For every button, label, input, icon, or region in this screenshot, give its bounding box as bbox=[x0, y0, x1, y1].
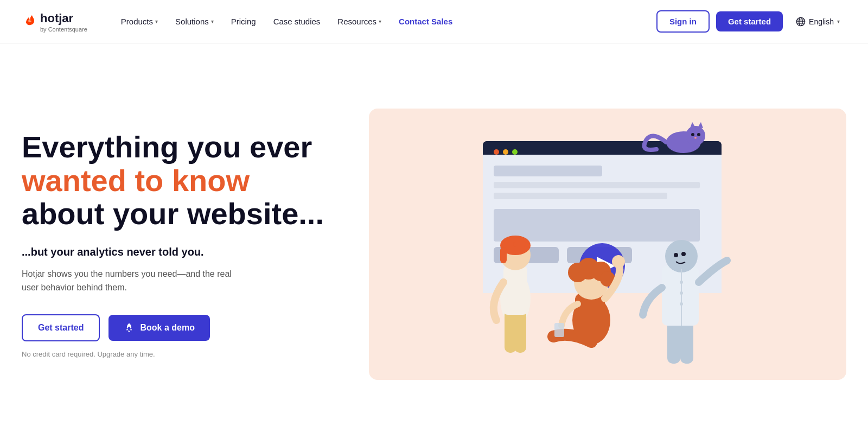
svg-point-22 bbox=[686, 126, 705, 145]
svg-rect-15 bbox=[494, 193, 667, 199]
logo[interactable]: hotjar by Contentsquare bbox=[22, 11, 87, 33]
nav-actions: Sign in Get started English ▾ bbox=[656, 10, 846, 33]
svg-point-54 bbox=[680, 302, 683, 306]
resources-chevron-icon: ▾ bbox=[379, 18, 381, 24]
svg-point-52 bbox=[680, 281, 683, 284]
svg-point-43 bbox=[612, 255, 625, 268]
globe-icon bbox=[796, 17, 806, 27]
get-started-hero-button[interactable]: Get started bbox=[22, 314, 100, 341]
svg-rect-31 bbox=[503, 266, 527, 315]
book-demo-label: Book a demo bbox=[140, 323, 194, 333]
nav-case-studies[interactable]: Case studies bbox=[266, 12, 328, 30]
hero-headline-part2: about your website... bbox=[22, 196, 324, 231]
hero-section: Everything you ever wanted to know about… bbox=[0, 43, 868, 434]
svg-rect-34 bbox=[500, 247, 507, 263]
hero-cta-group: Get started Book a demo bbox=[22, 314, 336, 341]
hero-subheadline: ...but your analytics never told you. bbox=[22, 246, 336, 258]
hero-content: Everything you ever wanted to know about… bbox=[22, 130, 336, 358]
nav-links: Products ▾ Solutions ▾ Pricing Case stud… bbox=[113, 12, 656, 30]
svg-rect-30 bbox=[514, 309, 526, 353]
nav-contact-sales[interactable]: Contact Sales bbox=[391, 12, 460, 30]
language-label: English bbox=[809, 17, 834, 26]
svg-point-48 bbox=[665, 240, 698, 272]
svg-rect-47 bbox=[662, 266, 699, 326]
hero-headline-part1: Everything you ever bbox=[22, 130, 312, 164]
hotjar-icon bbox=[22, 11, 37, 26]
signin-button[interactable]: Sign in bbox=[656, 10, 710, 33]
svg-rect-16 bbox=[494, 209, 700, 242]
solutions-chevron-icon: ▾ bbox=[211, 18, 214, 24]
nav-solutions[interactable]: Solutions ▾ bbox=[168, 12, 221, 30]
svg-point-25 bbox=[691, 133, 694, 136]
rocket-icon bbox=[124, 322, 135, 333]
svg-point-53 bbox=[680, 291, 683, 295]
logo-name: hotjar bbox=[22, 11, 87, 26]
book-demo-button[interactable]: Book a demo bbox=[108, 315, 209, 341]
svg-point-12 bbox=[512, 149, 518, 155]
svg-point-5 bbox=[129, 327, 130, 329]
language-chevron-icon: ▾ bbox=[837, 18, 840, 24]
logo-text: hotjar bbox=[40, 11, 73, 26]
svg-rect-13 bbox=[494, 166, 602, 176]
hero-description: Hotjar shows you the numbers you need—an… bbox=[22, 267, 250, 295]
svg-point-49 bbox=[674, 253, 678, 257]
hero-headline: Everything you ever wanted to know about… bbox=[22, 130, 336, 231]
nav-products[interactable]: Products ▾ bbox=[113, 12, 165, 30]
no-cc-text: No credit card required. Upgrade any tim… bbox=[22, 350, 336, 358]
hero-illustration-svg bbox=[369, 109, 846, 380]
hero-illustration bbox=[369, 109, 846, 380]
svg-rect-14 bbox=[494, 182, 700, 188]
svg-point-50 bbox=[681, 252, 686, 256]
svg-point-10 bbox=[494, 149, 499, 155]
language-selector[interactable]: English ▾ bbox=[789, 12, 846, 31]
svg-point-27 bbox=[694, 137, 697, 139]
navbar: hotjar by Contentsquare Products ▾ Solut… bbox=[0, 0, 868, 43]
logo-subtitle: by Contentsquare bbox=[40, 26, 87, 33]
svg-rect-35 bbox=[513, 242, 526, 247]
hero-headline-highlight: wanted to know bbox=[22, 163, 250, 198]
svg-point-26 bbox=[697, 133, 700, 136]
products-chevron-icon: ▾ bbox=[155, 18, 158, 24]
nav-resources[interactable]: Resources ▾ bbox=[330, 12, 389, 30]
svg-rect-44 bbox=[554, 323, 564, 337]
get-started-nav-button[interactable]: Get started bbox=[716, 11, 783, 31]
nav-pricing[interactable]: Pricing bbox=[224, 12, 264, 30]
svg-point-11 bbox=[503, 149, 508, 155]
